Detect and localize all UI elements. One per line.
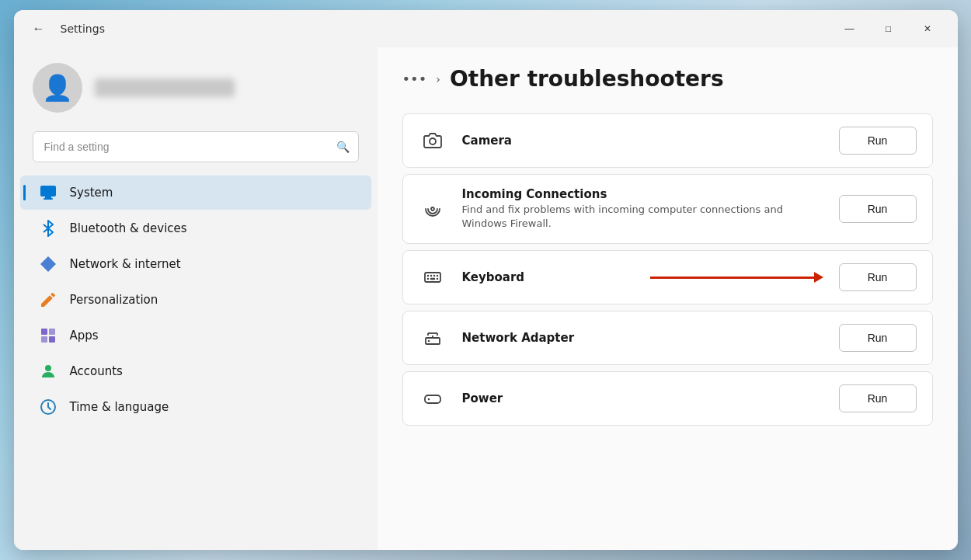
close-button[interactable]: ✕ — [910, 16, 945, 41]
troubleshooter-keyboard: Keyboard Run — [402, 250, 933, 304]
search-icon: 🔍 — [336, 141, 350, 153]
svg-rect-0 — [40, 186, 56, 197]
sidebar-item-network[interactable]: Network & internet — [20, 247, 371, 281]
sidebar-item-apps-label: Apps — [70, 329, 99, 343]
accounts-icon — [39, 362, 57, 381]
troubleshooter-camera: Camera Run — [402, 113, 933, 168]
camera-run-button[interactable]: Run — [839, 127, 917, 155]
incoming-connections-run-button[interactable]: Run — [839, 195, 917, 223]
svg-rect-1 — [45, 197, 51, 198]
camera-name: Camera — [462, 134, 823, 148]
power-icon — [419, 384, 447, 412]
time-icon — [39, 398, 57, 416]
incoming-connections-icon — [419, 195, 447, 223]
sidebar-item-apps[interactable]: Apps — [20, 318, 371, 353]
incoming-connections-desc: Find and fix problems with incoming comp… — [462, 203, 823, 231]
keyboard-info: Keyboard — [462, 270, 635, 284]
svg-rect-5 — [49, 329, 55, 335]
svg-rect-7 — [49, 336, 55, 343]
troubleshooter-incoming-connections: Incoming Connections Find and fix proble… — [402, 174, 933, 244]
svg-point-10 — [430, 138, 436, 144]
sidebar-item-personalization-label: Personalization — [70, 293, 158, 307]
svg-rect-4 — [41, 329, 47, 335]
title-bar-left: ← Settings — [26, 16, 105, 41]
power-info: Power — [462, 391, 823, 405]
network-adapter-icon — [419, 324, 447, 352]
sidebar-item-system[interactable]: System — [20, 176, 371, 210]
sidebar-item-time[interactable]: Time & language — [20, 390, 371, 424]
back-button[interactable]: ← — [26, 16, 51, 41]
keyboard-run-button[interactable]: Run — [839, 263, 917, 291]
network-adapter-info: Network Adapter — [462, 331, 823, 345]
system-icon — [39, 183, 57, 202]
red-arrow-container — [650, 272, 823, 283]
main-content: 👤 🔍 Sy — [14, 47, 958, 550]
sidebar-item-accounts-label: Accounts — [70, 364, 123, 378]
camera-info: Camera — [462, 134, 823, 148]
search-input[interactable] — [33, 131, 359, 162]
red-arrow — [650, 272, 823, 283]
user-name-blurred — [95, 78, 235, 97]
keyboard-name: Keyboard — [462, 270, 635, 284]
user-icon: 👤 — [42, 73, 73, 103]
sidebar-item-time-label: Time & language — [70, 400, 169, 414]
svg-rect-2 — [44, 198, 53, 200]
page-header: ••• › Other troubleshooters — [402, 66, 933, 92]
sidebar-item-personalization[interactable]: Personalization — [20, 283, 371, 317]
power-name: Power — [462, 391, 823, 405]
breadcrumb-dots[interactable]: ••• — [402, 71, 427, 87]
sidebar-item-network-label: Network & internet — [70, 257, 181, 271]
svg-rect-12 — [425, 273, 440, 282]
network-icon — [39, 255, 57, 273]
keyboard-icon — [419, 263, 447, 291]
arrow-line — [650, 277, 814, 279]
troubleshooter-list: Camera Run Incoming Connections Find a — [402, 113, 933, 432]
user-section: 👤 — [14, 47, 378, 125]
window-title: Settings — [61, 23, 105, 35]
incoming-connections-info: Incoming Connections Find and fix proble… — [462, 187, 823, 231]
svg-rect-20 — [426, 338, 440, 344]
incoming-connections-name: Incoming Connections — [462, 187, 823, 201]
svg-marker-3 — [40, 256, 56, 272]
breadcrumb-chevron: › — [436, 73, 440, 85]
troubleshooter-power: Power Run — [402, 371, 933, 426]
arrow-head — [814, 272, 823, 283]
bluetooth-icon — [39, 219, 57, 238]
minimize-button[interactable]: — — [832, 16, 868, 41]
sidebar-item-bluetooth[interactable]: Bluetooth & devices — [20, 211, 371, 245]
sidebar: 👤 🔍 Sy — [14, 47, 378, 550]
search-box: 🔍 — [33, 131, 359, 162]
svg-point-8 — [45, 365, 51, 371]
camera-icon — [419, 127, 447, 155]
right-panel: ••• › Other troubleshooters Camera — [378, 47, 958, 550]
apps-icon — [39, 326, 57, 345]
svg-point-11 — [431, 207, 434, 210]
svg-rect-26 — [425, 395, 440, 403]
title-bar-controls: — □ ✕ — [832, 16, 945, 41]
nav-items: System Bluetooth & devices — [14, 175, 378, 425]
sidebar-item-accounts[interactable]: Accounts — [20, 354, 371, 388]
power-run-button[interactable]: Run — [839, 384, 917, 412]
network-adapter-name: Network Adapter — [462, 331, 823, 345]
personalization-icon — [39, 290, 57, 309]
svg-rect-6 — [41, 336, 47, 343]
avatar: 👤 — [33, 63, 82, 113]
page-title: Other troubleshooters — [450, 66, 724, 92]
sidebar-item-bluetooth-label: Bluetooth & devices — [70, 221, 187, 235]
settings-window: ← Settings — □ ✕ 👤 🔍 — [14, 10, 958, 550]
network-adapter-run-button[interactable]: Run — [839, 324, 917, 352]
troubleshooter-network-adapter: Network Adapter Run — [402, 311, 933, 365]
sidebar-item-system-label: System — [70, 186, 113, 200]
title-bar: ← Settings — □ ✕ — [14, 10, 958, 47]
maximize-button[interactable]: □ — [871, 16, 907, 41]
